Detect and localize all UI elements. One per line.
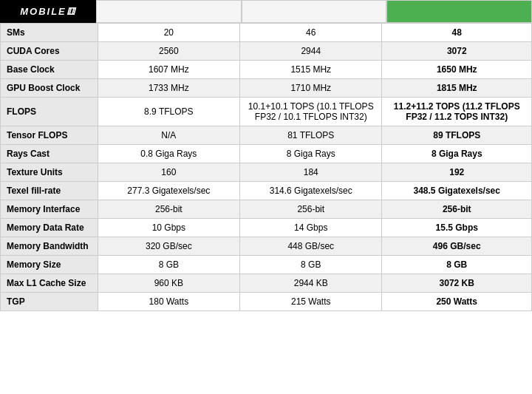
cell-rtx: 2944 [240,42,382,61]
cell-gtx: 160 [98,163,239,182]
row-label: Texture Units [1,163,98,182]
cell-gtx: 0.8 Giga Rays [98,145,239,163]
cell-rtx: 256-bit [240,200,382,219]
cell-rtx: 8 Giga Rays [240,145,382,163]
cell-super: 348.5 Gigatexels/sec [382,182,532,200]
cell-rtx: 215 Watts [240,293,382,311]
row-label: GPU Boost Clock [1,79,98,98]
cell-super: 48 [382,24,532,42]
comparison-table: SMs204648CUDA Cores256029443072Base Cloc… [0,23,532,311]
cell-gtx: 8 GB [98,256,239,274]
cell-super: 1650 MHz [382,61,532,79]
row-label: Texel fill-rate [1,182,98,200]
row-label: Base Clock [1,61,98,79]
cell-super: 3072 KB [382,274,532,293]
cell-rtx: 1515 MHz [240,61,382,79]
cell-super: 192 [382,163,532,182]
header-row: MOBILE⚅ [0,0,532,23]
cell-rtx: 314.6 Gigatexels/sec [240,182,382,200]
cell-rtx: 81 TFLOPS [240,126,382,145]
row-label: SMs [1,24,98,42]
row-label: Memory Data Rate [1,219,98,237]
cell-super: 3072 [382,42,532,61]
cell-super: 256-bit [382,200,532,219]
cell-gtx: 277.3 Gigatexels/sec [98,182,239,200]
row-label: Max L1 Cache Size [1,274,98,293]
cell-super: 15.5 Gbps [382,219,532,237]
cell-super: 8 GB [382,256,532,274]
page-wrapper: MOBILE⚅ SMs204648CUDA Cores256029443072B… [0,0,532,311]
cell-super: 496 GB/sec [382,237,532,256]
row-label: Memory Bandwidth [1,237,98,256]
col-header-rtx [242,0,387,23]
cell-rtx: 448 GB/sec [240,237,382,256]
cell-gtx: 960 KB [98,274,239,293]
cell-gtx: 2560 [98,42,239,61]
logo-cell: MOBILE⚅ [0,0,96,23]
row-label: Rays Cast [1,145,98,163]
cell-gtx: 256-bit [98,200,239,219]
col-header-super [386,0,532,23]
row-label: Memory Interface [1,200,98,219]
cell-gtx: N/A [98,126,239,145]
cell-rtx: 1710 MHz [240,79,382,98]
logo-text: MOBILE⚅ [20,6,76,17]
cell-rtx: 2944 KB [240,274,382,293]
cell-gtx: 1607 MHz [98,61,239,79]
cell-gtx: 1733 MHz [98,79,239,98]
cell-rtx: 184 [240,163,382,182]
cell-super: 250 Watts [382,293,532,311]
cell-rtx: 14 Gbps [240,219,382,237]
cell-gtx: 20 [98,24,239,42]
cell-gtx: 180 Watts [98,293,239,311]
cell-super: 8 Giga Rays [382,145,532,163]
row-label: Tensor FLOPS [1,126,98,145]
cell-gtx: 10 Gbps [98,219,239,237]
cell-rtx: 46 [240,24,382,42]
cell-rtx: 10.1+10.1 TOPS (10.1 TFLOPS FP32 / 10.1 … [240,98,382,126]
cell-super: 1815 MHz [382,79,532,98]
cell-rtx: 8 GB [240,256,382,274]
cell-super: 11.2+11.2 TOPS (11.2 TFLOPS FP32 / 11.2 … [382,98,532,126]
cell-gtx: 8.9 TFLOPS [98,98,239,126]
cell-gtx: 320 GB/sec [98,237,239,256]
row-label: CUDA Cores [1,42,98,61]
row-label: FLOPS [1,98,98,126]
row-label: Memory Size [1,256,98,274]
row-label: TGP [1,293,98,311]
col-header-gtx [96,0,242,23]
cell-super: 89 TFLOPS [382,126,532,145]
